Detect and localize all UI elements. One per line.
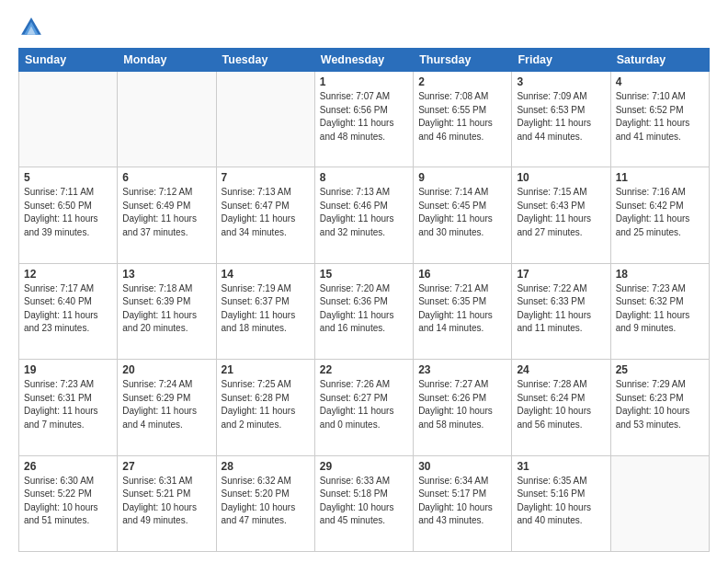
calendar-table: SundayMondayTuesdayWednesdayThursdayFrid… [18, 48, 710, 552]
day-number: 3 [517, 75, 605, 88]
day-info: Sunrise: 7:18 AM Sunset: 6:39 PM Dayligh… [122, 282, 210, 336]
day-number: 29 [320, 460, 408, 473]
calendar-cell: 31Sunrise: 6:35 AM Sunset: 5:16 PM Dayli… [512, 455, 610, 551]
day-number: 21 [222, 363, 310, 376]
day-info: Sunrise: 7:08 AM Sunset: 6:55 PM Dayligh… [418, 90, 506, 144]
day-number: 13 [122, 268, 210, 281]
day-info: Sunrise: 7:21 AM Sunset: 6:35 PM Dayligh… [418, 282, 506, 336]
day-number: 27 [122, 460, 210, 473]
day-info: Sunrise: 7:26 AM Sunset: 6:27 PM Dayligh… [320, 378, 408, 431]
calendar-week-row: 19Sunrise: 7:23 AM Sunset: 6:31 PM Dayli… [19, 360, 710, 455]
calendar-cell: 10Sunrise: 7:15 AM Sunset: 6:43 PM Dayli… [512, 167, 610, 263]
day-number: 26 [24, 460, 112, 473]
day-info: Sunrise: 6:30 AM Sunset: 5:22 PM Dayligh… [24, 475, 112, 528]
calendar-cell [118, 72, 216, 167]
day-number: 7 [222, 171, 310, 184]
day-info: Sunrise: 6:31 AM Sunset: 5:21 PM Dayligh… [122, 475, 210, 528]
day-number: 15 [320, 268, 408, 281]
calendar-cell [19, 72, 118, 167]
calendar-cell: 16Sunrise: 7:21 AM Sunset: 6:35 PM Dayli… [414, 263, 512, 359]
day-info: Sunrise: 7:23 AM Sunset: 6:31 PM Dayligh… [24, 378, 112, 431]
day-info: Sunrise: 7:27 AM Sunset: 6:26 PM Dayligh… [418, 378, 506, 431]
day-info: Sunrise: 7:14 AM Sunset: 6:45 PM Dayligh… [418, 186, 506, 239]
page: SundayMondayTuesdayWednesdayThursdayFrid… [0, 0, 728, 563]
calendar-cell: 6Sunrise: 7:12 AM Sunset: 6:49 PM Daylig… [118, 167, 216, 263]
weekday-header: Sunday [19, 49, 118, 72]
calendar-cell: 8Sunrise: 7:13 AM Sunset: 6:46 PM Daylig… [314, 167, 413, 263]
calendar-cell: 29Sunrise: 6:33 AM Sunset: 5:18 PM Dayli… [314, 455, 413, 551]
day-number: 10 [517, 171, 605, 184]
calendar-cell: 20Sunrise: 7:24 AM Sunset: 6:29 PM Dayli… [118, 360, 216, 455]
logo [18, 15, 48, 40]
day-number: 20 [122, 363, 210, 376]
day-info: Sunrise: 6:34 AM Sunset: 5:17 PM Dayligh… [418, 475, 506, 528]
calendar-cell: 9Sunrise: 7:14 AM Sunset: 6:45 PM Daylig… [414, 167, 512, 263]
weekday-header: Saturday [610, 49, 709, 72]
day-number: 11 [616, 171, 704, 184]
day-number: 2 [418, 75, 506, 88]
calendar-cell: 12Sunrise: 7:17 AM Sunset: 6:40 PM Dayli… [19, 263, 118, 359]
day-info: Sunrise: 7:17 AM Sunset: 6:40 PM Dayligh… [24, 282, 112, 336]
day-number: 24 [517, 363, 605, 376]
calendar-cell [610, 455, 709, 551]
day-info: Sunrise: 7:11 AM Sunset: 6:50 PM Dayligh… [24, 186, 112, 239]
day-number: 25 [616, 363, 704, 376]
weekday-header: Wednesday [314, 49, 413, 72]
weekday-header: Thursday [414, 49, 512, 72]
day-info: Sunrise: 7:10 AM Sunset: 6:52 PM Dayligh… [616, 90, 704, 144]
day-number: 23 [418, 363, 506, 376]
calendar-week-row: 12Sunrise: 7:17 AM Sunset: 6:40 PM Dayli… [19, 263, 710, 359]
day-number: 30 [418, 460, 506, 473]
calendar-week-row: 5Sunrise: 7:11 AM Sunset: 6:50 PM Daylig… [19, 167, 710, 263]
calendar-cell: 13Sunrise: 7:18 AM Sunset: 6:39 PM Dayli… [118, 263, 216, 359]
calendar-header-row: SundayMondayTuesdayWednesdayThursdayFrid… [19, 49, 710, 72]
calendar-week-row: 26Sunrise: 6:30 AM Sunset: 5:22 PM Dayli… [19, 455, 710, 551]
calendar-cell: 18Sunrise: 7:23 AM Sunset: 6:32 PM Dayli… [610, 263, 709, 359]
day-info: Sunrise: 7:23 AM Sunset: 6:32 PM Dayligh… [616, 282, 704, 336]
day-info: Sunrise: 7:15 AM Sunset: 6:43 PM Dayligh… [517, 186, 605, 239]
calendar-cell: 14Sunrise: 7:19 AM Sunset: 6:37 PM Dayli… [216, 263, 314, 359]
weekday-header: Tuesday [216, 49, 314, 72]
calendar-cell [216, 72, 314, 167]
calendar-cell: 26Sunrise: 6:30 AM Sunset: 5:22 PM Dayli… [19, 455, 118, 551]
calendar-cell: 21Sunrise: 7:25 AM Sunset: 6:28 PM Dayli… [216, 360, 314, 455]
day-number: 4 [616, 75, 704, 88]
day-info: Sunrise: 7:19 AM Sunset: 6:37 PM Dayligh… [222, 282, 310, 336]
day-info: Sunrise: 7:22 AM Sunset: 6:33 PM Dayligh… [517, 282, 605, 336]
day-number: 9 [418, 171, 506, 184]
day-info: Sunrise: 7:25 AM Sunset: 6:28 PM Dayligh… [222, 378, 310, 431]
weekday-header: Friday [512, 49, 610, 72]
header [18, 15, 710, 40]
calendar-cell: 4Sunrise: 7:10 AM Sunset: 6:52 PM Daylig… [610, 72, 709, 167]
day-info: Sunrise: 7:09 AM Sunset: 6:53 PM Dayligh… [517, 90, 605, 144]
day-number: 22 [320, 363, 408, 376]
calendar-cell: 11Sunrise: 7:16 AM Sunset: 6:42 PM Dayli… [610, 167, 709, 263]
calendar-cell: 23Sunrise: 7:27 AM Sunset: 6:26 PM Dayli… [414, 360, 512, 455]
calendar-cell: 3Sunrise: 7:09 AM Sunset: 6:53 PM Daylig… [512, 72, 610, 167]
day-number: 19 [24, 363, 112, 376]
day-number: 14 [222, 268, 310, 281]
calendar-week-row: 1Sunrise: 7:07 AM Sunset: 6:56 PM Daylig… [19, 72, 710, 167]
day-info: Sunrise: 7:13 AM Sunset: 6:47 PM Dayligh… [222, 186, 310, 239]
calendar-cell: 25Sunrise: 7:29 AM Sunset: 6:23 PM Dayli… [610, 360, 709, 455]
day-info: Sunrise: 7:12 AM Sunset: 6:49 PM Dayligh… [122, 186, 210, 239]
day-info: Sunrise: 7:29 AM Sunset: 6:23 PM Dayligh… [616, 378, 704, 431]
calendar-cell: 1Sunrise: 7:07 AM Sunset: 6:56 PM Daylig… [314, 72, 413, 167]
calendar-cell: 28Sunrise: 6:32 AM Sunset: 5:20 PM Dayli… [216, 455, 314, 551]
calendar-cell: 17Sunrise: 7:22 AM Sunset: 6:33 PM Dayli… [512, 263, 610, 359]
day-info: Sunrise: 7:07 AM Sunset: 6:56 PM Dayligh… [320, 90, 408, 144]
day-info: Sunrise: 6:33 AM Sunset: 5:18 PM Dayligh… [320, 475, 408, 528]
day-number: 8 [320, 171, 408, 184]
day-info: Sunrise: 7:20 AM Sunset: 6:36 PM Dayligh… [320, 282, 408, 336]
day-number: 5 [24, 171, 112, 184]
day-info: Sunrise: 6:32 AM Sunset: 5:20 PM Dayligh… [222, 475, 310, 528]
day-number: 31 [517, 460, 605, 473]
calendar-cell: 19Sunrise: 7:23 AM Sunset: 6:31 PM Dayli… [19, 360, 118, 455]
calendar-cell: 22Sunrise: 7:26 AM Sunset: 6:27 PM Dayli… [314, 360, 413, 455]
day-number: 28 [222, 460, 310, 473]
day-info: Sunrise: 6:35 AM Sunset: 5:16 PM Dayligh… [517, 475, 605, 528]
calendar-cell: 24Sunrise: 7:28 AM Sunset: 6:24 PM Dayli… [512, 360, 610, 455]
day-number: 1 [320, 75, 408, 88]
day-info: Sunrise: 7:16 AM Sunset: 6:42 PM Dayligh… [616, 186, 704, 239]
calendar-cell: 15Sunrise: 7:20 AM Sunset: 6:36 PM Dayli… [314, 263, 413, 359]
